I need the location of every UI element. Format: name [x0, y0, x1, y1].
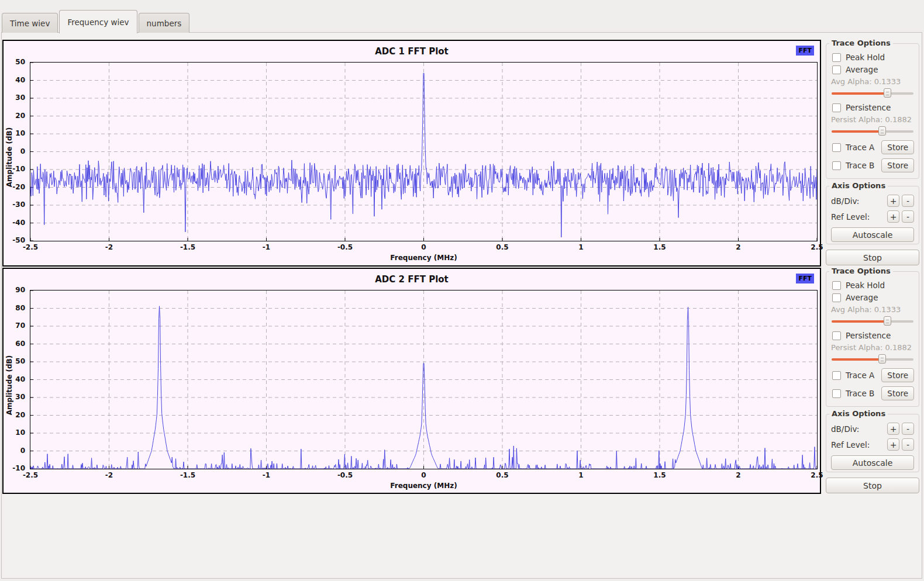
trace-b-checkbox[interactable]: [832, 161, 841, 170]
adc1-section: ADC 1 FFT Plot FFT Amplitude (dB) 504030…: [2, 40, 922, 267]
tab-numbers[interactable]: numbers: [139, 13, 190, 33]
view-tabbar: Time wiev Frequency wiev numbers: [2, 9, 191, 33]
x-tick-label: 0.5: [496, 243, 508, 251]
db-div-increase-button[interactable]: +: [887, 423, 899, 435]
trace-b-label: Trace B: [846, 161, 874, 170]
x-tick-label: 1: [578, 243, 583, 251]
x-tick-label: -0.5: [337, 471, 353, 479]
x-tick-label: 1: [578, 471, 583, 479]
trace-a-checkbox[interactable]: [832, 371, 841, 380]
x-tick-label: 0: [421, 471, 426, 479]
persist-alpha-slider[interactable]: [832, 354, 913, 364]
x-tick-label: -1: [263, 471, 270, 479]
trace-options-group: Trace Options Peak Hold Average Avg Alph…: [826, 43, 919, 179]
x-tick-label: -2.5: [23, 243, 38, 251]
adc1-control-panel: Trace Options Peak Hold Average Avg Alph…: [825, 40, 920, 267]
axis-options-legend: Axis Options: [829, 409, 888, 418]
trace-options-legend: Trace Options: [829, 267, 893, 275]
y-tick-label: 50: [4, 357, 27, 365]
store-trace-b-button[interactable]: Store: [881, 386, 914, 400]
fft-badge: FFT: [796, 274, 814, 283]
adc1-plot-axes: [30, 62, 818, 241]
y-tick-label: 20: [4, 112, 27, 120]
ref-level-increase-button[interactable]: +: [887, 210, 899, 223]
adc1-plot-frame: ADC 1 FFT Plot FFT Amplitude (dB) 504030…: [2, 40, 821, 267]
slider-thumb[interactable]: [878, 126, 886, 136]
y-tick-label: 60: [4, 340, 27, 348]
ref-level-decrease-button[interactable]: -: [902, 438, 914, 451]
avg-alpha-label: Avg Alpha: 0.1333: [831, 305, 914, 314]
x-tick-label: -2: [105, 243, 113, 251]
x-tick-label: 1.5: [653, 243, 666, 251]
axis-options-group: Axis Options dB/Div: +- Ref Level: +- Au…: [826, 186, 919, 244]
persistence-checkbox[interactable]: [832, 331, 841, 340]
y-tick-labels: 50403020100-10-20-30-40-50: [4, 63, 27, 241]
persist-alpha-slider[interactable]: [832, 126, 913, 136]
y-tick-label: -20: [4, 183, 27, 191]
trace-a-checkbox[interactable]: [832, 143, 841, 152]
autoscale-button[interactable]: Autoscale: [831, 227, 914, 242]
avg-alpha-slider[interactable]: [832, 316, 913, 326]
adc2-control-panel: Trace Options Peak Hold Average Avg Alph…: [825, 268, 920, 494]
adc2-plot-axes: [30, 290, 818, 469]
persist-alpha-label: Persist Alpha: 0.1882: [831, 343, 914, 352]
store-trace-a-button[interactable]: Store: [881, 140, 914, 154]
x-tick-label: 2: [736, 243, 740, 251]
stop-button[interactable]: Stop: [826, 478, 919, 493]
y-tick-label: 10: [4, 428, 27, 437]
y-tick-label: -40: [4, 219, 27, 227]
y-tick-label: 40: [4, 76, 27, 84]
y-tick-label: 30: [4, 94, 27, 102]
peak-hold-label: Peak Hold: [846, 281, 885, 290]
x-tick-label: -1.5: [180, 243, 195, 251]
ref-level-decrease-button[interactable]: -: [902, 210, 914, 223]
plot-title: ADC 1 FFT Plot: [4, 46, 820, 57]
average-checkbox[interactable]: [832, 293, 841, 302]
stop-button[interactable]: Stop: [826, 250, 919, 265]
y-tick-label: -30: [4, 200, 27, 209]
avg-alpha-slider[interactable]: [832, 88, 913, 98]
x-tick-label: 0.5: [496, 471, 508, 479]
trace-options-legend: Trace Options: [829, 39, 893, 47]
peak-hold-label: Peak Hold: [846, 53, 885, 62]
avg-alpha-label: Avg Alpha: 0.1333: [831, 77, 914, 86]
y-tick-label: 10: [4, 129, 27, 137]
y-tick-label: 80: [4, 304, 27, 312]
db-div-decrease-button[interactable]: -: [902, 423, 914, 435]
peak-hold-checkbox[interactable]: [832, 281, 841, 290]
db-div-increase-button[interactable]: +: [887, 195, 899, 207]
x-tick-label: 2: [736, 471, 740, 479]
store-trace-a-button[interactable]: Store: [881, 368, 914, 382]
x-tick-label: -2.5: [23, 471, 38, 479]
x-tick-label: -2: [105, 471, 113, 479]
y-tick-label: 20: [4, 411, 27, 419]
trace-b-checkbox[interactable]: [832, 389, 841, 398]
x-tick-labels: -2.5-2-1.5-1-0.500.511.522.5: [30, 243, 817, 253]
x-tick-label: 2.5: [811, 471, 823, 479]
average-label: Average: [846, 65, 878, 74]
persistence-checkbox[interactable]: [832, 103, 841, 112]
x-tick-label: -1: [263, 243, 270, 251]
x-tick-label: 2.5: [811, 243, 823, 251]
autoscale-button[interactable]: Autoscale: [831, 455, 914, 470]
y-tick-label: 30: [4, 393, 27, 401]
tab-frequency-view[interactable]: Frequency wiev: [59, 10, 137, 33]
ref-level-label: Ref Level:: [831, 440, 870, 449]
slider-thumb[interactable]: [884, 88, 891, 98]
slider-thumb[interactable]: [884, 316, 891, 326]
x-tick-labels: -2.5-2-1.5-1-0.500.511.522.5: [30, 471, 817, 480]
tab-time-view[interactable]: Time wiev: [2, 13, 58, 33]
y-tick-label: 50: [4, 58, 27, 66]
trace-a-label: Trace A: [846, 371, 874, 380]
y-tick-labels: 9080706050403020100-10: [4, 290, 27, 469]
peak-hold-checkbox[interactable]: [832, 53, 841, 62]
db-div-decrease-button[interactable]: -: [902, 195, 914, 207]
average-checkbox[interactable]: [832, 65, 841, 74]
db-div-label: dB/Div:: [831, 196, 859, 206]
store-trace-b-button[interactable]: Store: [881, 158, 914, 172]
slider-thumb[interactable]: [878, 354, 886, 364]
axis-options-legend: Axis Options: [829, 181, 888, 190]
ref-level-increase-button[interactable]: +: [887, 438, 899, 451]
db-div-label: dB/Div:: [831, 424, 859, 434]
x-tick-label: 1.5: [653, 471, 666, 479]
